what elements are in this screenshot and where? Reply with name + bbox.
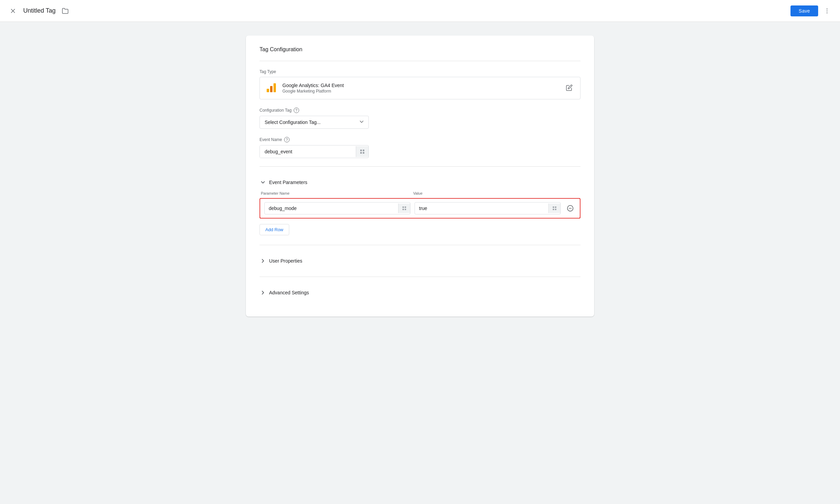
svg-rect-19 bbox=[555, 209, 556, 210]
svg-point-4 bbox=[827, 12, 828, 13]
config-tag-help-icon[interactable]: ? bbox=[294, 108, 299, 113]
event-params-title: Event Parameters bbox=[269, 180, 307, 185]
param-value-variable-button[interactable] bbox=[548, 204, 560, 213]
divider-2 bbox=[260, 166, 580, 167]
event-name-variable-button[interactable] bbox=[356, 146, 368, 157]
param-row-1 bbox=[260, 198, 580, 219]
tag-type-name: Google Analytics: GA4 Event bbox=[282, 83, 344, 88]
edit-tag-type-button[interactable] bbox=[564, 82, 575, 94]
param-name-col-header: Parameter Name bbox=[261, 191, 408, 195]
advanced-chevron-icon bbox=[260, 289, 266, 296]
tag-config-card: Tag Configuration Tag Type bbox=[246, 36, 594, 317]
svg-rect-16 bbox=[553, 207, 554, 208]
param-name-variable-button[interactable] bbox=[398, 204, 410, 213]
user-props-chevron-icon bbox=[260, 257, 266, 264]
event-name-group: Event Name ? bbox=[260, 137, 580, 158]
event-name-help-icon[interactable]: ? bbox=[284, 137, 290, 142]
remove-row-button[interactable] bbox=[565, 203, 576, 214]
more-options-button[interactable] bbox=[821, 5, 833, 17]
tag-type-text: Google Analytics: GA4 Event Google Marke… bbox=[282, 83, 344, 94]
svg-rect-12 bbox=[403, 207, 404, 208]
param-value-variable-icon bbox=[552, 206, 557, 211]
config-tag-group: Configuration Tag ? Select Configuration… bbox=[260, 108, 580, 129]
user-properties-section: User Properties bbox=[260, 253, 580, 268]
svg-point-2 bbox=[827, 8, 828, 9]
svg-rect-10 bbox=[360, 152, 362, 154]
divider-3 bbox=[260, 245, 580, 245]
param-value-col-header: Value bbox=[413, 191, 560, 195]
config-tag-select[interactable]: Select Configuration Tag... bbox=[260, 116, 369, 129]
svg-rect-11 bbox=[363, 152, 364, 154]
svg-rect-9 bbox=[363, 150, 364, 151]
param-name-variable-icon bbox=[402, 206, 407, 211]
divider-4 bbox=[260, 277, 580, 277]
page-title: Untitled Tag bbox=[23, 7, 56, 14]
advanced-settings-section: Advanced Settings bbox=[260, 285, 580, 300]
header-right: Save bbox=[790, 5, 833, 17]
svg-rect-13 bbox=[405, 207, 406, 208]
advanced-title: Advanced Settings bbox=[269, 290, 309, 295]
divider-1 bbox=[260, 61, 580, 61]
svg-rect-14 bbox=[403, 209, 404, 210]
svg-rect-17 bbox=[555, 207, 556, 208]
param-value-input-wrapper bbox=[415, 202, 561, 214]
header-left: Untitled Tag bbox=[7, 5, 790, 17]
tag-type-info: Google Analytics: GA4 Event Google Marke… bbox=[265, 82, 344, 94]
svg-rect-8 bbox=[360, 150, 362, 151]
event-params-section: Event Parameters Parameter Name Value bbox=[260, 175, 580, 237]
svg-rect-15 bbox=[405, 209, 406, 210]
event-name-label: Event Name ? bbox=[260, 137, 580, 142]
advanced-toggle[interactable]: Advanced Settings bbox=[260, 286, 580, 299]
svg-point-3 bbox=[827, 10, 828, 11]
svg-rect-6 bbox=[270, 86, 272, 92]
svg-rect-7 bbox=[274, 83, 276, 92]
card-section-title: Tag Configuration bbox=[260, 46, 580, 53]
close-button[interactable] bbox=[7, 5, 19, 17]
event-name-input-wrapper bbox=[260, 145, 369, 158]
event-params-toggle[interactable]: Event Parameters bbox=[260, 176, 580, 188]
config-tag-select-wrapper: Select Configuration Tag... bbox=[260, 116, 369, 129]
params-table-header: Parameter Name Value bbox=[260, 191, 580, 195]
user-props-title: User Properties bbox=[269, 258, 302, 264]
event-params-chevron-icon bbox=[260, 179, 266, 186]
config-tag-label: Configuration Tag ? bbox=[260, 108, 580, 113]
user-props-toggle[interactable]: User Properties bbox=[260, 255, 580, 267]
tag-type-label: Tag Type bbox=[260, 69, 580, 74]
folder-button[interactable] bbox=[60, 5, 71, 16]
param-name-input-wrapper bbox=[264, 202, 410, 214]
event-name-input[interactable] bbox=[260, 145, 356, 158]
save-button[interactable]: Save bbox=[790, 5, 818, 16]
tag-type-sub: Google Marketing Platform bbox=[282, 89, 344, 94]
variable-icon bbox=[360, 149, 365, 154]
param-name-input[interactable] bbox=[265, 202, 398, 214]
event-params-content: Parameter Name Value bbox=[260, 191, 580, 235]
header: Untitled Tag Save bbox=[0, 0, 840, 22]
tag-type-group: Tag Type Google Analytics: GA4 Event bbox=[260, 69, 580, 99]
param-value-input[interactable] bbox=[415, 202, 548, 214]
svg-rect-5 bbox=[267, 89, 269, 92]
main-content: Tag Configuration Tag Type bbox=[0, 22, 840, 330]
ga-icon bbox=[265, 82, 278, 94]
tag-type-selector[interactable]: Google Analytics: GA4 Event Google Marke… bbox=[260, 77, 580, 99]
svg-rect-18 bbox=[553, 209, 554, 210]
add-row-button[interactable]: Add Row bbox=[260, 224, 289, 235]
